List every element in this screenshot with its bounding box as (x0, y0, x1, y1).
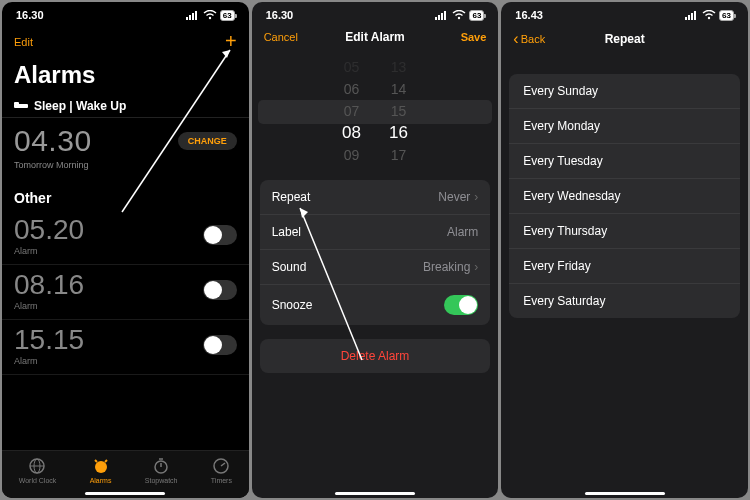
day-cell[interactable]: Every Saturday (509, 284, 740, 318)
status-time: 16.30 (16, 9, 44, 21)
svg-rect-30 (694, 11, 696, 20)
svg-line-19 (221, 463, 225, 466)
alarm-icon (92, 457, 110, 475)
sleep-time: 04.30 (14, 124, 92, 158)
repeat-screen: 16.43 63 ‹ Back Repeat Every Sunday Ever… (501, 2, 748, 498)
svg-rect-21 (438, 15, 440, 20)
alarm-toggle[interactable] (203, 225, 237, 245)
day-cell[interactable]: Every Friday (509, 249, 740, 284)
battery-icon: 63 (469, 10, 484, 21)
wifi-icon (702, 10, 716, 20)
signal-icon (685, 10, 699, 20)
repeat-days-group: Every Sunday Every Monday Every Tuesday … (509, 74, 740, 318)
tab-world-clock[interactable]: World Clock (19, 457, 57, 484)
snooze-cell: Snooze (260, 285, 491, 325)
alarm-label: Alarm (14, 356, 84, 366)
svg-line-14 (105, 460, 107, 462)
status-bar: 16.30 63 (2, 2, 249, 28)
cancel-button[interactable]: Cancel (264, 31, 314, 43)
status-right: 63 (435, 10, 484, 21)
status-right: 63 (186, 10, 235, 21)
globe-icon (28, 457, 46, 475)
svg-rect-3 (195, 11, 197, 20)
minute-picker[interactable]: 13 14 15 16 17 18 (375, 56, 422, 166)
wifi-icon (452, 10, 466, 20)
nav-bar: Edit + (2, 28, 249, 59)
wifi-icon (203, 10, 217, 20)
status-bar: 16.43 63 (501, 2, 748, 28)
svg-point-4 (209, 17, 211, 19)
svg-rect-27 (685, 17, 687, 20)
alarm-row[interactable]: 08.16 Alarm (2, 265, 249, 320)
status-time: 16.30 (266, 9, 294, 21)
alarm-time: 15.15 (14, 324, 84, 356)
svg-point-24 (458, 17, 460, 19)
tab-stopwatch[interactable]: Stopwatch (145, 457, 178, 484)
page-title: Alarms (2, 59, 249, 97)
alarm-row[interactable]: 05.20 Alarm (2, 210, 249, 265)
hour-picker[interactable]: 05 06 07 08 09 10 (328, 56, 375, 166)
day-cell[interactable]: Every Tuesday (509, 144, 740, 179)
svg-rect-28 (688, 15, 690, 20)
nav-bar: ‹ Back Repeat (501, 28, 748, 54)
delete-alarm-button[interactable]: Delete Alarm (260, 339, 491, 373)
save-button[interactable]: Save (436, 31, 486, 43)
battery-icon: 63 (719, 10, 734, 21)
chevron-right-icon: › (474, 260, 478, 274)
signal-icon (435, 10, 449, 20)
status-bar: 16.30 63 (252, 2, 499, 28)
svg-point-31 (708, 17, 710, 19)
alarm-time: 08.16 (14, 269, 84, 301)
alarm-options-group: Repeat Never› Label Alarm Sound Breaking… (260, 180, 491, 325)
day-cell[interactable]: Every Thursday (509, 214, 740, 249)
sleep-subtitle: Tomorrow Morning (2, 160, 249, 180)
svg-rect-0 (186, 17, 188, 20)
day-cell[interactable]: Every Monday (509, 109, 740, 144)
chevron-left-icon: ‹ (513, 30, 518, 48)
day-cell[interactable]: Every Sunday (509, 74, 740, 109)
svg-rect-1 (189, 15, 191, 20)
home-indicator[interactable] (85, 492, 165, 495)
status-time: 16.43 (515, 9, 543, 21)
time-picker[interactable]: 05 06 07 08 09 10 13 14 15 16 17 18 (252, 56, 499, 166)
tab-alarms[interactable]: Alarms (90, 457, 112, 484)
svg-rect-29 (691, 13, 693, 20)
alarm-time: 05.20 (14, 214, 84, 246)
home-indicator[interactable] (585, 492, 665, 495)
alarm-toggle[interactable] (203, 280, 237, 300)
edit-button[interactable]: Edit (14, 36, 64, 48)
label-cell[interactable]: Label Alarm (260, 215, 491, 250)
status-right: 63 (685, 10, 734, 21)
snooze-toggle[interactable] (444, 295, 478, 315)
alarms-screen: 16.30 63 Edit + Alarms Sleep | Wake Up 0… (2, 2, 249, 498)
day-cell[interactable]: Every Wednesday (509, 179, 740, 214)
svg-point-12 (95, 461, 107, 473)
repeat-cell[interactable]: Repeat Never› (260, 180, 491, 215)
battery-icon: 63 (220, 10, 235, 21)
change-button[interactable]: CHANGE (178, 132, 237, 150)
alarm-row[interactable]: 15.15 Alarm (2, 320, 249, 375)
add-alarm-button[interactable]: + (187, 30, 237, 53)
alarm-label: Alarm (14, 301, 84, 311)
sleep-alarm-row: 04.30 CHANGE (2, 118, 249, 160)
chevron-right-icon: › (474, 190, 478, 204)
alarm-toggle[interactable] (203, 335, 237, 355)
svg-rect-20 (435, 17, 437, 20)
sound-cell[interactable]: Sound Breaking› (260, 250, 491, 285)
back-button[interactable]: ‹ Back (513, 30, 563, 48)
timer-icon (212, 457, 230, 475)
svg-rect-22 (441, 13, 443, 20)
home-indicator[interactable] (335, 492, 415, 495)
svg-rect-2 (192, 13, 194, 20)
signal-icon (186, 10, 200, 20)
bed-icon (14, 99, 28, 113)
tab-timers[interactable]: Timers (211, 457, 232, 484)
sleep-header-label: Sleep | Wake Up (34, 99, 126, 113)
alarm-label: Alarm (14, 246, 84, 256)
edit-alarm-screen: 16.30 63 Cancel Edit Alarm Save 05 06 07… (252, 2, 499, 498)
svg-rect-23 (444, 11, 446, 20)
stopwatch-icon (152, 457, 170, 475)
nav-title: Repeat (563, 32, 686, 46)
svg-line-13 (95, 460, 97, 462)
nav-title: Edit Alarm (314, 30, 437, 44)
